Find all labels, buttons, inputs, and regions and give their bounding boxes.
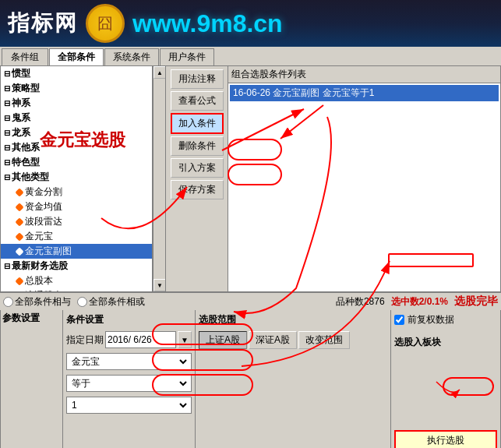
exec-btn[interactable]: 执行选股: [394, 430, 497, 448]
tree-item[interactable]: ⊟ 最新财务选股: [1, 259, 152, 273]
params-panel: 参数设置: [1, 310, 63, 448]
bullet-icon: [15, 217, 23, 226]
tree-item-label: 策略型: [12, 82, 40, 95]
tree-item-label: 龙系: [12, 126, 30, 139]
lower-section: 参数设置 条件设置 指定日期 ▼ 金元宝 等于: [0, 310, 501, 448]
condition-title: 组合选股条件列表: [228, 66, 500, 83]
scroll-down-btn[interactable]: ▼: [153, 279, 166, 291]
condition-list[interactable]: 16-06-26 金元宝副图 金元宝等于1: [228, 83, 500, 291]
tab-system-conditions[interactable]: 系统条件: [104, 48, 159, 65]
tree-item[interactable]: 资金均值: [1, 199, 152, 214]
add-condition-btn[interactable]: 加入条件: [171, 113, 224, 134]
tree-scrollbar[interactable]: ▲ ▼: [153, 66, 165, 291]
tree-item-label: 波段雷达: [25, 215, 62, 228]
tree-item[interactable]: 黄金分割: [1, 185, 152, 199]
formula-btn[interactable]: 查看公式: [171, 91, 224, 111]
tree-item[interactable]: ⊟ 龙系: [1, 125, 152, 140]
tree-item[interactable]: ⊟ 其他系: [1, 140, 152, 155]
tree-item-label: 金元宝副图: [25, 245, 72, 258]
stock-range: 选股范围 上证A股 深证A股 改变范围: [196, 310, 391, 448]
expand-icon: ⊟: [4, 158, 10, 167]
field-select-3[interactable]: 1: [66, 397, 192, 414]
date-label: 指定日期: [66, 333, 104, 347]
right-panel: 前复权数据 选股入板块 执行选股 关闭: [391, 310, 500, 448]
market-tab-change[interactable]: 改变范围: [298, 331, 350, 349]
delete-condition-btn[interactable]: 删除条件: [171, 136, 224, 156]
exec-section: 执行选股 关闭: [394, 430, 497, 448]
tab-all-conditions[interactable]: 全部条件: [49, 48, 104, 65]
date-dropdown-btn[interactable]: ▼: [178, 331, 192, 348]
field-select-1[interactable]: 金元宝: [66, 353, 192, 370]
complete-label: 选股完毕: [454, 295, 498, 309]
condition-panel: 组合选股条件列表 16-06-26 金元宝副图 金元宝等于1: [228, 66, 500, 291]
field-row-2: 等于: [66, 375, 192, 392]
cond-settings: 条件设置 指定日期 ▼ 金元宝 等于: [63, 310, 196, 448]
radio-all-or[interactable]: 全部条件相或: [77, 295, 145, 309]
expand-icon: ⊟: [4, 129, 10, 137]
content-area: 金元宝选股 ⊟ 惯型 ⊟ 策略型 ⊟ 神系 ⊟ 鬼系 ⊟: [0, 66, 501, 292]
market-tab-shangzheng[interactable]: 上证A股: [199, 331, 247, 349]
tree-item-selected[interactable]: 金元宝副图: [1, 244, 152, 259]
tree-item[interactable]: ⊟ 特色型: [1, 155, 152, 170]
fq-checkbox[interactable]: [394, 315, 404, 325]
tree-item[interactable]: 流通股本: [1, 288, 152, 291]
field-dropdown-3[interactable]: 1: [69, 397, 189, 414]
tab-user-conditions[interactable]: 用户条件: [160, 48, 214, 65]
tree-item[interactable]: 波段雷达: [1, 214, 152, 229]
market-tab-shenzheng[interactable]: 深证A股: [249, 331, 297, 349]
tree-item-label: 流通股本: [25, 289, 62, 291]
tree-item[interactable]: ⊟ 策略型: [1, 81, 152, 96]
bullet-icon: [15, 232, 23, 241]
bullet-icon: [15, 203, 23, 211]
expand-icon: ⊟: [4, 99, 10, 108]
tab-condition-group[interactable]: 条件组: [2, 48, 48, 65]
tree-item[interactable]: 总股本: [1, 273, 152, 288]
cond-settings-title: 条件设置: [66, 313, 192, 326]
tree-item[interactable]: ⊟ 神系: [1, 96, 152, 111]
tree-item-label: 惯型: [12, 67, 30, 80]
expand-icon: ⊟: [4, 69, 10, 78]
tree-item-label: 总股本: [25, 274, 53, 287]
market-tabs: 上证A股 深证A股 改变范围: [199, 331, 387, 349]
tree-item-label: 其他类型: [12, 171, 49, 184]
tree-item[interactable]: ⊟ 其他类型: [1, 170, 152, 185]
field-row-1: 金元宝: [66, 353, 192, 370]
tree-item[interactable]: 金元宝: [1, 229, 152, 244]
field-select-2[interactable]: 等于: [66, 375, 192, 392]
comment-btn[interactable]: 用法注释: [171, 69, 224, 89]
expand-icon: ⊟: [4, 173, 10, 182]
total-stocks: 品种数2876: [336, 295, 385, 309]
tree-item-label: 特色型: [12, 156, 40, 169]
bullet-icon: [15, 247, 23, 256]
tree-item[interactable]: ⊟ 惯型: [1, 66, 152, 81]
tree-item-label: 黄金分割: [25, 185, 62, 199]
radio-all-and[interactable]: 全部条件相与: [3, 295, 71, 309]
condition-item[interactable]: 16-06-26 金元宝副图 金元宝等于1: [230, 85, 499, 101]
site-url: www.9m8.cn: [132, 9, 283, 38]
radio-label: 全部条件相或: [89, 295, 145, 309]
radio-label: 全部条件相与: [15, 295, 71, 309]
tree-panel: 金元宝选股 ⊟ 惯型 ⊟ 策略型 ⊟ 神系 ⊟ 鬼系 ⊟: [1, 66, 153, 291]
bullet-icon: [15, 188, 23, 196]
exec-section-title: 选股入板块: [394, 336, 497, 349]
date-input[interactable]: [105, 331, 176, 348]
tree-item-label: 最新财务选股: [12, 259, 68, 273]
save-btn[interactable]: 保存方案: [171, 180, 224, 199]
import-btn[interactable]: 引入方案: [171, 158, 224, 178]
scroll-track: [153, 79, 165, 279]
field-dropdown-1[interactable]: 金元宝: [69, 353, 189, 370]
field-row-3: 1: [66, 397, 192, 414]
params-title: 参数设置: [2, 312, 61, 325]
field-dropdown-2[interactable]: 等于: [69, 375, 189, 392]
scroll-up-btn[interactable]: ▲: [153, 66, 166, 79]
expand-icon: ⊟: [4, 262, 10, 270]
button-panel: 用法注释 查看公式 加入条件 删除条件 引入方案 保存方案: [165, 66, 228, 291]
tree-item-label: 其他系: [12, 141, 40, 154]
tree-item[interactable]: ⊟ 鬼系: [1, 111, 152, 125]
selected-count: 选中数2/0.1%: [391, 295, 448, 309]
tree-item-label: 金元宝: [25, 230, 53, 243]
checkbox-row: 前复权数据: [394, 313, 497, 326]
status-bar: 品种数2876 选中数2/0.1% 选股完毕: [336, 295, 498, 309]
tab-bar: 条件组 全部条件 系统条件 用户条件: [0, 47, 501, 66]
logo-coin: [86, 4, 125, 43]
